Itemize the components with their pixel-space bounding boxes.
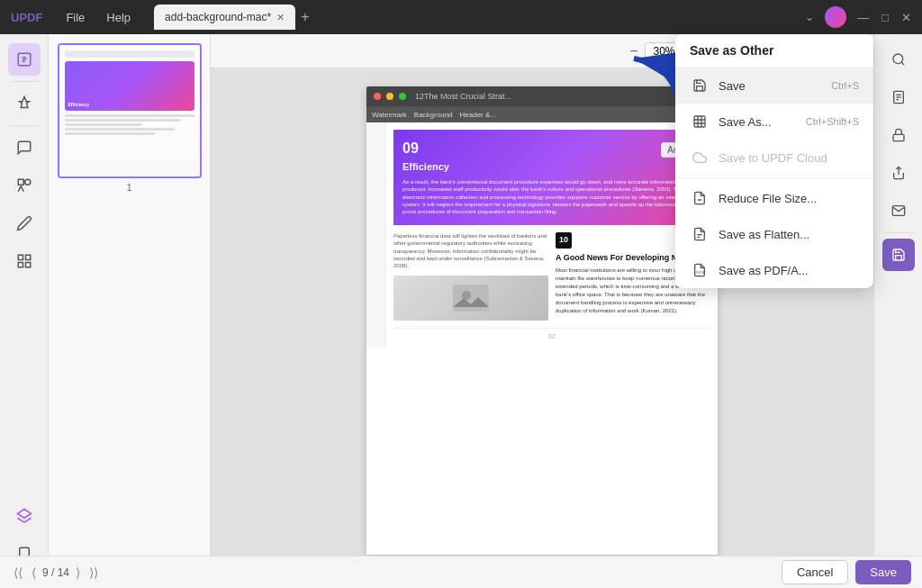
pdf-banner-body: As a result, the bank's conventional doc… [402, 178, 701, 216]
sidebar-icon-pen[interactable] [8, 207, 41, 240]
pdf-section2-left: Paperless financial data will lighten th… [393, 232, 548, 321]
avatar[interactable] [825, 6, 846, 28]
dropdown-item-flatten[interactable]: Save as Flatten... [675, 216, 873, 252]
save-other-dropdown: Save as Other Save Ctrl+S Save As... Ctr… [675, 34, 873, 288]
right-icon-share[interactable] [882, 157, 915, 189]
pdf-tab-header[interactable]: Header &... [460, 111, 496, 119]
close-button[interactable]: ✕ [901, 11, 911, 24]
title-bar-right: ⌄ — □ ✕ [805, 6, 911, 28]
save-button[interactable]: Save [855, 560, 911, 584]
svg-text:PDF/A: PDF/A [696, 271, 706, 275]
pdf-left-strip [366, 122, 386, 348]
minimize-button[interactable]: — [857, 11, 869, 24]
thumbnail-item-1[interactable]: Efficiency 1 [56, 43, 203, 193]
bottom-actions: Cancel Save [782, 560, 911, 584]
reduce-label: Reduce File Size... [719, 192, 859, 205]
cloud-icon [690, 148, 710, 167]
save-shortcut: Ctrl+S [831, 80, 859, 91]
dropdown-item-save-as[interactable]: Save As... Ctrl+Shift+S [675, 104, 873, 140]
maximize-button[interactable]: □ [881, 11, 889, 24]
right-icon-search[interactable] [882, 43, 915, 76]
bottom-nav-prev[interactable]: ⟨ [29, 565, 39, 580]
thumbnail-page-num: 1 [126, 182, 131, 193]
active-tab[interactable]: add-background-mac* ✕ [154, 5, 295, 30]
thumbnail-panel: Efficiency 1 [49, 34, 211, 588]
save-as-icon [690, 112, 710, 131]
pdf-banner-title: Efficiency [402, 160, 701, 174]
sidebar-icon-layers[interactable] [8, 500, 41, 532]
sidebar-icon-shapes[interactable] [8, 169, 41, 202]
svg-rect-6 [25, 263, 30, 267]
menu-help[interactable]: Help [97, 9, 140, 26]
svg-rect-5 [18, 263, 23, 267]
dropdown-divider-1 [675, 177, 873, 178]
right-icon-security[interactable] [882, 119, 915, 151]
pdf-inner-tabs: Watermark Background Header &... [366, 106, 718, 122]
pdfa-label: Save as PDF/A... [719, 264, 859, 277]
pdf-tab-watermark[interactable]: Watermark [372, 111, 407, 119]
pdf-page-number: 02 [393, 328, 710, 341]
pdf-inner-toolbar: 12The Most Crucial Strat... [366, 86, 718, 106]
zoom-out-button[interactable]: − [626, 43, 641, 59]
right-divider [884, 232, 913, 233]
svg-marker-7 [17, 510, 31, 519]
sidebar-icon-stamp[interactable] [8, 87, 41, 120]
pdf-content-wrapper: 09 Efficiency As a result, the bank's co… [366, 122, 718, 348]
right-icon-pages[interactable] [882, 81, 915, 113]
bottom-bar: ⟨⟨ ⟨ 9 / 14 ⟩ ⟩⟩ Cancel Save [0, 556, 922, 588]
chevron-down-icon[interactable]: ⌄ [805, 11, 814, 23]
tab-label: add-background-mac* [165, 11, 271, 23]
sidebar-icon-divider1 [10, 81, 39, 82]
right-icon-save[interactable] [882, 239, 915, 271]
svg-point-2 [24, 179, 30, 185]
save-as-shortcut: Ctrl+Shift+S [806, 116, 859, 127]
menu-file[interactable]: File [57, 9, 94, 26]
svg-point-10 [893, 54, 903, 64]
pdf-banner: 09 Efficiency As a result, the bank's co… [393, 130, 710, 225]
thumbnail-image-1: Efficiency [58, 43, 202, 178]
right-icon-mail[interactable] [882, 194, 915, 227]
bottom-nav-first[interactable]: ⟨⟨ [11, 565, 25, 580]
flatten-icon [690, 224, 710, 244]
dropdown-item-reduce[interactable]: Reduce File Size... [675, 180, 873, 216]
pdf-section2: Paperless financial data will lighten th… [393, 232, 710, 321]
reduce-icon [690, 188, 710, 208]
dropdown-item-pdfa[interactable]: PDF/A Save as PDF/A... [675, 252, 873, 288]
updf-logo: UPDF [11, 11, 42, 24]
pdf-banner-num: 09 [402, 139, 701, 158]
svg-rect-18 [694, 116, 705, 127]
sidebar-icon-layout[interactable] [8, 245, 41, 277]
pdf-section2-num: 10 [556, 232, 572, 249]
svg-rect-8 [453, 285, 489, 312]
cloud-label: Save to UPDF Cloud [719, 151, 859, 165]
save-label: Save [719, 79, 822, 93]
tab-add-icon[interactable]: + [301, 9, 309, 25]
dropdown-item-save[interactable]: Save Ctrl+S [675, 68, 873, 104]
pdf-page: 12The Most Crucial Strat... Watermark Ba… [366, 86, 718, 555]
sidebar-divider2 [10, 125, 39, 126]
svg-rect-15 [893, 134, 904, 140]
dropdown-item-cloud: Save to UPDF Cloud [675, 140, 873, 176]
bottom-nav-last[interactable]: ⟩⟩ [86, 565, 101, 580]
dropdown-title: Save as Other [675, 34, 873, 68]
svg-rect-4 [25, 255, 30, 259]
window-controls: — □ ✕ [857, 11, 911, 24]
sidebar-icon-edit[interactable] [8, 43, 41, 76]
title-bar-menu: File Help [57, 9, 140, 26]
pdf-paperless-text: Paperless financial data will lighten th… [393, 232, 548, 270]
sidebar-icon-comment[interactable] [8, 131, 41, 164]
flatten-label: Save as Flatten... [719, 228, 859, 241]
title-bar: UPDF File Help add-background-mac* ✕ + ⌄… [0, 0, 922, 34]
bottom-page-info: 9 / 14 [42, 566, 69, 579]
traffic-dot-red [374, 93, 381, 100]
pdf-tab-background[interactable]: Background [414, 111, 453, 119]
bottom-nav-next[interactable]: ⟩ [73, 565, 83, 580]
cancel-button[interactable]: Cancel [782, 560, 848, 584]
save-as-label: Save As... [719, 115, 797, 129]
tab-area: add-background-mac* ✕ + [154, 5, 798, 30]
bottom-nav: ⟨⟨ ⟨ 9 / 14 ⟩ ⟩⟩ [11, 565, 101, 580]
pdf-inner-title: 12The Most Crucial Strat... [415, 92, 511, 101]
tab-close-icon[interactable]: ✕ [276, 12, 285, 23]
svg-rect-3 [18, 255, 23, 259]
pdfa-icon: PDF/A [690, 260, 710, 280]
